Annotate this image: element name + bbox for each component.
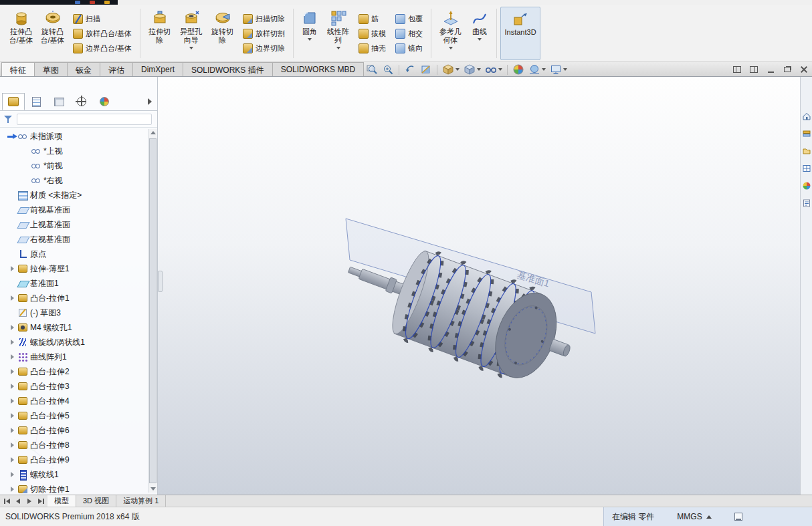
expand-arrow-icon[interactable]: [23, 147, 31, 155]
command-tab[interactable]: DimXpert: [132, 62, 183, 76]
expand-arrow-icon[interactable]: [9, 221, 17, 229]
revolved-boss-button[interactable]: 旋转凸 台/基体: [37, 7, 68, 60]
tree-item[interactable]: 右视基准面: [0, 232, 148, 247]
tab-configuration-manager[interactable]: [47, 93, 70, 110]
restore-button[interactable]: [782, 65, 793, 75]
expand-arrow-icon[interactable]: [9, 191, 17, 199]
instant3d-button[interactable]: Instant3D: [500, 7, 540, 60]
shell-button[interactable]: 抽壳: [357, 41, 388, 55]
hole-wizard-button[interactable]: 异型孔 向导: [175, 7, 207, 60]
tree-item[interactable]: 上视基准面: [0, 217, 148, 232]
tab-dimxpert-manager[interactable]: [70, 93, 93, 110]
extruded-cut-button[interactable]: 拉伸切 除: [144, 7, 175, 60]
expand-arrow-icon[interactable]: [9, 279, 17, 287]
expand-arrow-icon[interactable]: [9, 485, 17, 493]
command-tab[interactable]: 草图: [34, 62, 68, 76]
swept-boss-button[interactable]: 扫描: [71, 12, 134, 26]
tab-feature-manager[interactable]: [2, 93, 25, 110]
tree-item[interactable]: 凸台-拉伸2: [0, 364, 148, 379]
expand-arrow-icon[interactable]: [9, 132, 17, 140]
expand-arrow-icon[interactable]: [9, 368, 17, 376]
linear-pattern-button[interactable]: 线性阵 列: [322, 7, 354, 60]
quick-access-icon[interactable]: [104, 1, 110, 4]
quick-access-icon[interactable]: [75, 1, 80, 4]
command-tab[interactable]: SOLIDWORKS 插件: [183, 62, 273, 76]
lofted-cut-button[interactable]: 放样切割: [241, 27, 287, 41]
tree-item[interactable]: 螺纹线1: [0, 467, 148, 482]
reference-geometry-button[interactable]: 参考几 何体: [435, 7, 466, 60]
expand-arrow-icon[interactable]: [9, 206, 17, 214]
intersect-button[interactable]: 相交: [393, 27, 425, 41]
tree-item[interactable]: 凸台-拉伸6: [0, 423, 148, 438]
swept-cut-button[interactable]: 扫描切除: [241, 12, 287, 26]
scrollbar-thumb[interactable]: [149, 138, 157, 483]
split-pane-left-button[interactable]: [732, 65, 742, 75]
view-orientation-button[interactable]: [441, 63, 461, 76]
expand-arrow-icon[interactable]: [23, 162, 31, 170]
panel-expand-chevron[interactable]: [142, 93, 157, 110]
tree-item[interactable]: *前视: [0, 158, 148, 173]
expand-arrow-icon[interactable]: [23, 176, 31, 184]
tree-item[interactable]: *上视: [0, 144, 148, 158]
tree-item[interactable]: *右视: [0, 173, 148, 188]
home-button[interactable]: [802, 112, 811, 123]
split-pane-right-button[interactable]: [748, 65, 759, 75]
expand-arrow-icon[interactable]: [9, 250, 17, 258]
tree-item[interactable]: 凸台-拉伸9: [0, 452, 148, 467]
tab-display-manager[interactable]: [93, 93, 116, 110]
tree-item[interactable]: 凸台-拉伸8: [0, 438, 148, 452]
tree-item[interactable]: 曲线阵列1: [0, 350, 148, 364]
wrap-button[interactable]: 包覆: [393, 12, 425, 26]
quick-access-icon[interactable]: [90, 1, 95, 4]
tree-item[interactable]: 凸台-拉伸1: [0, 291, 148, 305]
tree-filter-input[interactable]: [17, 114, 152, 125]
expand-arrow-icon[interactable]: [9, 456, 17, 464]
previous-tab-button[interactable]: [13, 497, 23, 506]
tree-item[interactable]: 前视基准面: [0, 203, 148, 217]
tree-item[interactable]: 螺旋线/涡状线1: [0, 335, 148, 350]
tree-item[interactable]: 切除-拉伸1: [0, 482, 148, 493]
study-tab[interactable]: 模型: [47, 495, 76, 507]
command-tab[interactable]: 特征: [1, 62, 35, 76]
command-tab[interactable]: 评估: [100, 62, 133, 76]
section-view-button[interactable]: [419, 63, 433, 76]
expand-arrow-icon[interactable]: [9, 265, 17, 273]
draft-button[interactable]: 拔模: [357, 27, 388, 41]
panel-splitter[interactable]: [158, 271, 163, 292]
close-button[interactable]: [799, 65, 809, 75]
tab-property-manager[interactable]: [25, 93, 47, 110]
tree-item[interactable]: 原点: [0, 247, 148, 261]
tree-item[interactable]: 未指派项: [0, 129, 148, 144]
tree-item[interactable]: 凸台-拉伸4: [0, 394, 148, 408]
next-tab-button[interactable]: [25, 497, 34, 506]
hide-show-items-button[interactable]: [484, 63, 504, 76]
apply-scene-button[interactable]: [527, 63, 547, 76]
expand-arrow-icon[interactable]: [9, 426, 17, 434]
lofted-boss-button[interactable]: 放样凸台/基体: [71, 27, 134, 41]
expand-arrow-icon[interactable]: [9, 235, 17, 243]
edit-appearance-button[interactable]: [511, 63, 526, 76]
mirror-button[interactable]: 镜向: [393, 41, 425, 55]
tree-item[interactable]: (-) 草图3: [0, 305, 148, 320]
command-tab[interactable]: 钣金: [67, 62, 100, 76]
extruded-boss-button[interactable]: 拉伸凸 台/基体: [5, 7, 37, 60]
tree-scrollbar[interactable]: [148, 129, 157, 493]
display-style-button[interactable]: [462, 63, 482, 76]
view-palette-button[interactable]: [802, 164, 811, 175]
view-settings-button[interactable]: [548, 63, 569, 76]
scroll-down-icon[interactable]: [150, 487, 156, 491]
expand-arrow-icon[interactable]: [9, 294, 17, 302]
fillet-button[interactable]: 圆角: [297, 7, 322, 60]
file-explorer-button[interactable]: [802, 146, 811, 158]
study-tab[interactable]: 运动算例 1: [116, 495, 166, 507]
tree-item[interactable]: M4 螺纹孔1: [0, 320, 148, 335]
tree-item[interactable]: 基准面1: [0, 276, 148, 291]
rib-button[interactable]: 筋: [357, 12, 388, 26]
expand-arrow-icon[interactable]: [9, 338, 17, 346]
tree-item[interactable]: 拉伸-薄壁1: [0, 261, 148, 276]
tree-item[interactable]: 凸台-拉伸3: [0, 379, 148, 394]
expand-arrow-icon[interactable]: [9, 397, 17, 405]
last-tab-button[interactable]: [36, 497, 45, 506]
scroll-up-icon[interactable]: [150, 131, 156, 134]
tree-item[interactable]: 凸台-拉伸5: [0, 408, 148, 423]
